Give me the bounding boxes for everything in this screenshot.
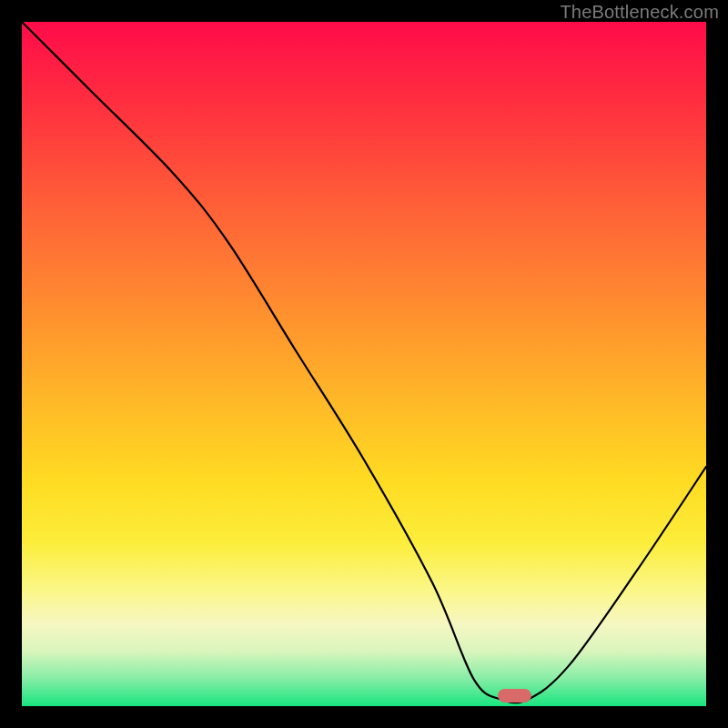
chart-plot-area — [22, 22, 706, 706]
chart-frame: TheBottleneck.com — [0, 0, 728, 728]
watermark-text: TheBottleneck.com — [560, 2, 719, 23]
optimal-marker — [498, 689, 532, 703]
bottleneck-curve — [22, 22, 706, 706]
